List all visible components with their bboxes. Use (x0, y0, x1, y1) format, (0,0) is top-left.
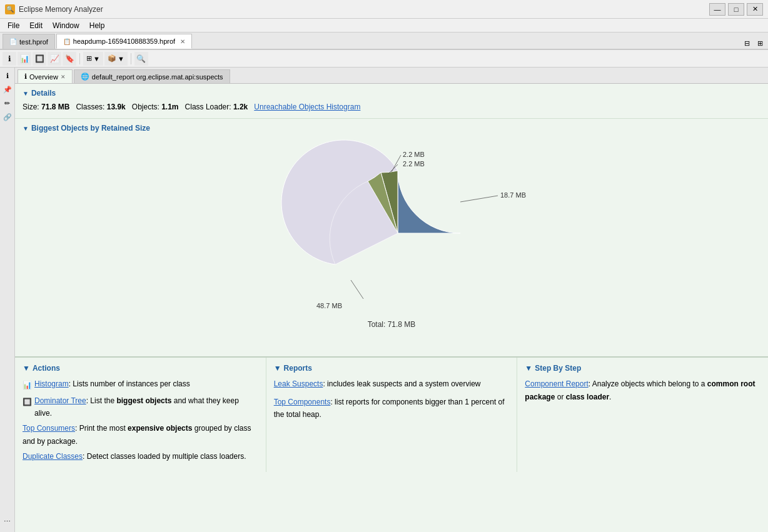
maximize-button[interactable]: □ (728, 3, 744, 16)
tab-heapdump-hprof[interactable]: 📋 heapdump-1659410888359.hprof ✕ (56, 34, 192, 49)
bottom-sections: ▼ Actions 📊 Histogram: Lists number of i… (15, 356, 768, 471)
dominator-icon: 🔲 (23, 396, 32, 408)
tab-icon: 📋 (63, 38, 71, 45)
objects-value: 1.1m (161, 103, 178, 111)
toolbar-dominator-btn[interactable]: 🔲 (33, 52, 46, 66)
reports-content: Leak Suspects: includes leak suspects an… (274, 378, 510, 421)
menu-help[interactable]: Help (84, 20, 110, 31)
tab-expand-btn[interactable]: ⊞ (755, 38, 765, 49)
biggest-objects-title: Biggest Objects by Retained Size (31, 124, 150, 133)
dominator-link[interactable]: Dominator Tree (34, 396, 86, 405)
details-content: Size: 71.8 MB Classes: 13.9k Objects: 1.… (23, 101, 760, 113)
label-line-1 (460, 196, 498, 202)
toolbar-report-dropdown[interactable]: ⊞▼ (83, 52, 103, 66)
toolbar-search-btn[interactable]: 🔍 (134, 52, 148, 66)
duplicate-classes-link[interactable]: Duplicate Classes (23, 452, 83, 461)
overview-panel: ▼ Details Size: 71.8 MB Classes: 13.9k O… (15, 84, 768, 532)
inner-tab-overview-close[interactable]: ✕ (61, 74, 66, 80)
toolbar-top-consumers-btn[interactable]: 📈 (48, 52, 61, 66)
pie-chart-svg: 18.7 MB 2.2 MB 2.2 MB 48.7 MB (266, 136, 579, 336)
menu-window[interactable]: Window (48, 20, 84, 31)
actions-arrow[interactable]: ▼ (23, 364, 30, 373)
label-48mb: 48.7 MB (316, 302, 342, 309)
toolbar-oql-btn[interactable]: 🔖 (63, 52, 76, 66)
step-by-step-title: Step By Step (535, 364, 581, 373)
actions-header: ▼ Actions (23, 364, 258, 373)
action-histogram: 📊 Histogram: Lists number of instances p… (23, 378, 258, 391)
tab-close-button[interactable]: ✕ (180, 38, 185, 45)
sidebar: ℹ 📌 ✏ 🔗 ⋯ (0, 68, 15, 532)
size-value: 71.8 MB (41, 103, 69, 111)
top-components-link[interactable]: Top Components (274, 398, 331, 406)
dominator-text: Dominator Tree: List the biggest objects… (34, 394, 258, 420)
inner-tab-default-report[interactable]: 🌐 default_report org.eclipse.mat.api:sus… (74, 69, 230, 83)
window-controls: — □ ✕ (709, 3, 763, 16)
histogram-text: Histogram: Lists number of instances per… (34, 378, 190, 390)
report-top-components: Top Components: list reports for compone… (274, 396, 510, 421)
actions-content: 📊 Histogram: Lists number of instances p… (23, 378, 258, 463)
inner-tab-label: Overview (29, 73, 58, 81)
minimize-button[interactable]: — (709, 3, 725, 16)
sidebar-icon-bottom[interactable]: ⋯ (2, 516, 13, 527)
classes-label: Classes: (76, 103, 104, 111)
toolbar: ℹ 📊 🔲 📈 🔖 ⊞▼ 📦▼ 🔍 (0, 50, 768, 68)
sidebar-icon-4[interactable]: 🔗 (2, 111, 13, 123)
step-by-step-header: ▼ Step By Step (525, 364, 760, 373)
inner-tab-overview[interactable]: ℹ Overview ✕ (18, 69, 73, 83)
top-consumers-text: Top Consumers: Print the most expensive … (23, 422, 258, 448)
details-arrow[interactable]: ▼ (23, 90, 29, 97)
close-button[interactable]: ✕ (747, 3, 763, 16)
pie-chart-container: 18.7 MB 2.2 MB 2.2 MB 48.7 MB (266, 136, 517, 336)
menu-file[interactable]: File (3, 20, 24, 31)
top-consumers-link[interactable]: Top Consumers (23, 424, 75, 433)
reports-arrow[interactable]: ▼ (274, 364, 281, 373)
tab-icon: 📄 (9, 38, 17, 45)
tab-label: heapdump-1659410888359.hprof (73, 38, 175, 45)
reports-header: ▼ Reports (274, 364, 510, 373)
toolbar-histogram-btn[interactable]: 📊 (18, 52, 31, 66)
actions-section: ▼ Actions 📊 Histogram: Lists number of i… (15, 358, 266, 471)
step-by-step-content: Component Report: Analyze objects which … (525, 378, 760, 403)
app-title: Eclipse Memory Analyzer (19, 5, 709, 14)
menu-bar: File Edit Window Help (0, 19, 768, 33)
report-leak-suspects: Leak Suspects: includes leak suspects an… (274, 378, 510, 390)
sidebar-icon-2[interactable]: 📌 (2, 84, 13, 95)
step-by-step-arrow[interactable]: ▼ (525, 364, 532, 373)
inner-tabs: ℹ Overview ✕ 🌐 default_report org.eclips… (15, 68, 768, 84)
label-18mb: 18.7 MB (500, 191, 526, 199)
pie-slice-blue[interactable] (398, 171, 460, 233)
toolbar-inspect-dropdown[interactable]: 📦▼ (104, 52, 128, 66)
label-2-2mb-top: 2.2 MB (403, 151, 425, 158)
total-label: Total: 71.8 MB (368, 320, 416, 329)
tab-test-hprof[interactable]: 📄 test.hprof (3, 34, 55, 49)
inner-tab-icon: ℹ (24, 73, 27, 81)
tab-minimize-btn[interactable]: ⊟ (742, 38, 752, 49)
component-report-link[interactable]: Component Report (525, 379, 588, 388)
file-tabs: 📄 test.hprof 📋 heapdump-1659410888359.hp… (0, 33, 768, 50)
action-top-consumers: Top Consumers: Print the most expensive … (23, 422, 258, 448)
tab-overflow-controls: ⊟ ⊞ (742, 38, 765, 49)
details-section: ▼ Details Size: 71.8 MB Classes: 13.9k O… (15, 84, 768, 119)
unreachable-objects-link[interactable]: Unreachable Objects Histogram (254, 103, 360, 111)
toolbar-sep-1 (79, 53, 80, 64)
step-by-step-section: ▼ Step By Step Component Report: Analyze… (517, 358, 768, 471)
duplicate-classes-text: Duplicate Classes: Detect classes loaded… (23, 450, 246, 463)
histogram-icon: 📊 (23, 379, 32, 391)
sidebar-icon-3[interactable]: ✏ (2, 98, 13, 109)
menu-edit[interactable]: Edit (24, 20, 48, 31)
actions-title: Actions (33, 364, 60, 373)
reports-title: Reports (284, 364, 312, 373)
sidebar-icon-1[interactable]: ℹ (2, 70, 13, 81)
biggest-objects-arrow[interactable]: ▼ (23, 125, 29, 132)
details-title: Details (31, 89, 56, 98)
classloader-label: Class Loader: (185, 103, 231, 111)
step-component-report: Component Report: Analyze objects which … (525, 378, 760, 403)
objects-label: Objects: (132, 103, 159, 111)
toolbar-info-btn[interactable]: ℹ (3, 52, 16, 66)
histogram-link[interactable]: Histogram (34, 379, 69, 388)
leak-suspects-link[interactable]: Leak Suspects (274, 379, 323, 388)
reports-section: ▼ Reports Leak Suspects: includes leak s… (266, 358, 518, 471)
label-2-2mb-2: 2.2 MB (403, 160, 425, 168)
title-bar: 🔍 Eclipse Memory Analyzer — □ ✕ (0, 0, 768, 19)
classes-value: 13.9k (107, 103, 126, 111)
